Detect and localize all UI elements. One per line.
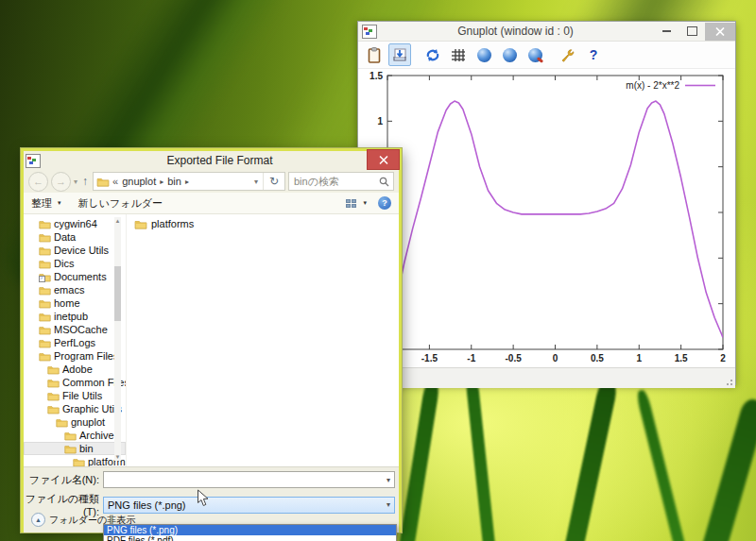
- settings-icon[interactable]: [557, 43, 579, 66]
- tree-item[interactable]: emacs: [24, 283, 126, 296]
- tree-item[interactable]: File Utils: [24, 389, 126, 402]
- maximize-button[interactable]: [679, 23, 705, 41]
- tree-item[interactable]: PerfLogs: [24, 336, 126, 349]
- tree-item[interactable]: gnuplot: [24, 415, 126, 429]
- back-icon[interactable]: ←: [28, 172, 48, 192]
- search-icon: [379, 177, 389, 187]
- close-button[interactable]: [705, 23, 735, 41]
- desktop-background: Gnuplot (window id : 0): [0, 0, 756, 541]
- dialog-titlebar[interactable]: Exported File Format: [24, 151, 399, 170]
- gnuplot-titlebar[interactable]: Gnuplot (window id : 0): [358, 22, 735, 42]
- breadcrumb-dropdown-icon[interactable]: ▾: [249, 173, 264, 190]
- scroll-up-icon[interactable]: ▲: [114, 217, 121, 225]
- tree-item[interactable]: MSOCache: [24, 323, 126, 336]
- mouse-cursor: [197, 489, 209, 507]
- forward-icon[interactable]: →: [51, 172, 71, 192]
- dialog-help-icon[interactable]: ?: [378, 196, 391, 210]
- breadcrumb-part[interactable]: gnuplot: [122, 176, 156, 187]
- filename-input[interactable]: ▾: [103, 471, 395, 488]
- breadcrumb-parts: gnuplot▸bin▸: [122, 176, 193, 187]
- tree-item[interactable]: Graphic Utils: [24, 402, 126, 415]
- gnuplot-window-title: Gnuplot (window id : 0): [377, 25, 654, 38]
- dialog-title: Exported File Format: [41, 154, 399, 167]
- new-folder-button[interactable]: 新しいフォルダー: [78, 196, 163, 211]
- gnuplot-statusbar: 60145: [358, 367, 735, 388]
- dialog-close-button[interactable]: [367, 149, 400, 170]
- breadcrumb-part[interactable]: bin: [167, 176, 181, 187]
- grass-blade: [553, 379, 618, 541]
- close-icon: [379, 156, 388, 164]
- breadcrumb-prefix: «: [112, 176, 118, 187]
- tree-item[interactable]: inetpub: [24, 310, 126, 323]
- search-placeholder: binの検索: [294, 175, 339, 189]
- help-icon[interactable]: ?: [582, 43, 605, 66]
- collapse-up-icon: ▲: [31, 513, 45, 527]
- view-options-chevron-icon[interactable]: ▾: [363, 199, 367, 207]
- tree-item[interactable]: cygwin64: [24, 217, 126, 230]
- svg-text:1: 1: [377, 116, 383, 127]
- tree-item[interactable]: Program Files: [24, 349, 126, 363]
- refresh-address-icon[interactable]: ↻: [264, 175, 284, 188]
- scrollbar-thumb[interactable]: [114, 266, 121, 321]
- breadcrumb[interactable]: « gnuplot▸bin▸ ▾ ↻: [93, 172, 285, 191]
- plot-area[interactable]: -2-1.5-1-0.500.511.52-1.5-1-0.500.511.5m…: [358, 69, 735, 367]
- tree-item[interactable]: home: [24, 296, 126, 310]
- export-dialog: Exported File Format ← → ▾ ↑ « gnuplot▸b…: [21, 148, 402, 533]
- view-options-icon[interactable]: [346, 199, 356, 208]
- organize-button[interactable]: 整理: [31, 196, 52, 211]
- tree-item[interactable]: Device Utils: [24, 244, 126, 257]
- nav-history-chevron-icon[interactable]: ▾: [74, 178, 77, 186]
- zoom-reset-icon[interactable]: [524, 43, 546, 66]
- filetype-dropdown-list: PNG files (*.png)PDF files (*.pdf)SVG fi…: [103, 524, 397, 541]
- filetype-option[interactable]: PDF files (*.pdf): [104, 535, 396, 541]
- tree-item[interactable]: platforms: [24, 455, 126, 466]
- resize-grip[interactable]: [724, 377, 733, 386]
- breadcrumb-separator-icon: ▸: [160, 178, 163, 186]
- tree-item[interactable]: Archive: [24, 429, 126, 442]
- svg-text:2: 2: [720, 353, 726, 363]
- tree-item[interactable]: Adobe: [24, 363, 126, 376]
- gnuplot-app-icon: [362, 25, 377, 39]
- grass-blade: [465, 373, 502, 541]
- svg-text:0: 0: [553, 353, 558, 363]
- plot-svg: -2-1.5-1-0.500.511.52-1.5-1-0.500.511.5m…: [358, 69, 735, 367]
- clipboard-icon[interactable]: [363, 43, 386, 66]
- tree-item[interactable]: Data: [24, 230, 126, 244]
- zoom-previous-icon[interactable]: [472, 43, 495, 66]
- file-list-item[interactable]: platforms: [134, 218, 399, 229]
- tree-scrollbar[interactable]: ▲ ▼: [114, 217, 121, 461]
- close-icon: [715, 27, 725, 36]
- chevron-down-icon[interactable]: ▾: [387, 476, 394, 484]
- svg-text:-1.5: -1.5: [421, 353, 438, 363]
- svg-text:0.5: 0.5: [591, 353, 604, 363]
- minimize-button[interactable]: [654, 23, 679, 41]
- filetype-option[interactable]: PNG files (*.png): [104, 525, 396, 535]
- tree-item[interactable]: ↗Documents: [24, 270, 126, 283]
- export-image-icon[interactable]: [388, 43, 411, 66]
- search-input[interactable]: binの検索: [288, 172, 394, 191]
- zoom-next-icon[interactable]: [498, 43, 521, 66]
- tree-item[interactable]: Dics: [24, 257, 126, 270]
- tree-item[interactable]: Common Files: [24, 376, 126, 389]
- gnuplot-toolbar: ?: [358, 42, 735, 69]
- folder-icon: [96, 177, 110, 187]
- folder-tree: cygwin64DataDevice UtilsDics↗Documentsem…: [24, 214, 126, 466]
- svg-text:m(x) - 2*x**2: m(x) - 2*x**2: [626, 80, 679, 91]
- up-folder-icon[interactable]: ↑: [82, 175, 88, 188]
- grid-icon[interactable]: [447, 43, 470, 66]
- svg-text:1.5: 1.5: [369, 71, 383, 81]
- dialog-app-icon: [26, 154, 41, 168]
- gnuplot-window: Gnuplot (window id : 0): [357, 21, 736, 385]
- tree-item[interactable]: bin: [24, 442, 126, 455]
- organize-chevron-icon[interactable]: ▾: [58, 199, 61, 207]
- file-list: platforms: [126, 214, 399, 466]
- dialog-body: cygwin64DataDevice UtilsDics↗Documentsem…: [24, 214, 399, 466]
- grass-blade: [693, 397, 756, 541]
- grass-blade: [635, 389, 698, 541]
- refresh-icon[interactable]: [421, 43, 444, 66]
- scroll-down-icon[interactable]: ▼: [114, 453, 121, 461]
- filename-label: ファイル名(N):: [24, 473, 99, 487]
- breadcrumb-separator-icon: ▸: [185, 178, 189, 186]
- chevron-down-icon[interactable]: ▾: [387, 500, 394, 509]
- filetype-select[interactable]: PNG files (*.png) ▾: [103, 497, 395, 514]
